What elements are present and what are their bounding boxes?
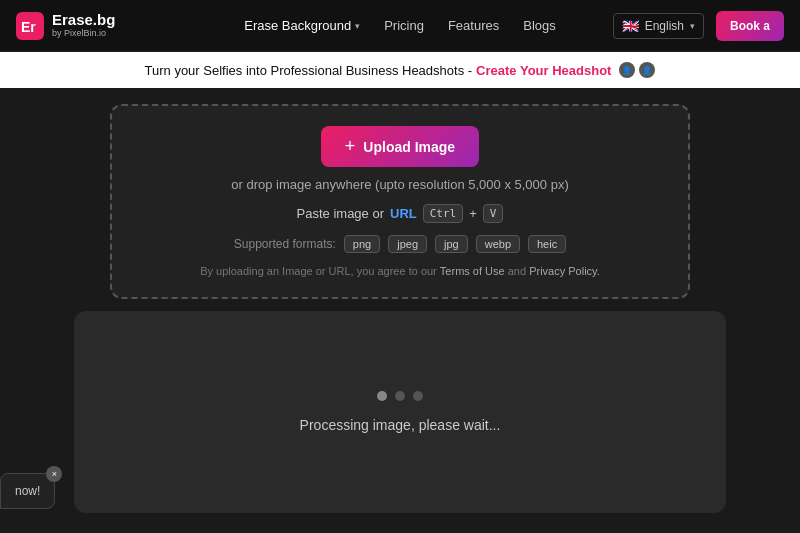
language-label: English: [645, 19, 684, 33]
dot-3: [413, 391, 423, 401]
v-kbd: V: [483, 204, 504, 223]
ctrl-kbd: Ctrl: [423, 204, 464, 223]
promo-banner: Turn your Selfies into Professional Busi…: [0, 52, 800, 88]
flag-icon: 🇬🇧: [622, 18, 639, 34]
formats-row: Supported formats: png jpeg jpg webp hei…: [144, 235, 656, 253]
logo-sub-label: by PixelBin.io: [52, 29, 115, 39]
toast-text: now!: [15, 484, 40, 498]
nav-item-blogs[interactable]: Blogs: [523, 18, 556, 33]
banner-user-icon-2: 👤: [639, 62, 655, 78]
logo-area[interactable]: Er Erase.bg by PixelBin.io: [16, 12, 115, 40]
bottom-section: Try Our Other Products: [0, 513, 800, 533]
nav-item-features[interactable]: Features: [448, 18, 499, 33]
plus-separator: +: [469, 206, 477, 221]
toast: × now!: [0, 473, 55, 509]
upload-button[interactable]: + Upload Image: [321, 126, 479, 167]
banner-user-icon-1: 👤: [619, 62, 635, 78]
format-webp: webp: [476, 235, 520, 253]
header-right: 🇬🇧 English ▾ Book a: [613, 11, 784, 41]
paste-label: Paste image or: [297, 206, 384, 221]
format-jpeg: jpeg: [388, 235, 427, 253]
lang-chevron-icon: ▾: [690, 21, 695, 31]
loading-dots: [377, 391, 423, 401]
privacy-link[interactable]: Privacy Policy.: [529, 265, 600, 277]
processing-area: Processing image, please wait...: [74, 311, 726, 513]
format-jpg: jpg: [435, 235, 468, 253]
terms-link[interactable]: Terms of Use: [440, 265, 505, 277]
format-png: png: [344, 235, 380, 253]
nav: Erase Background ▾ Pricing Features Blog…: [244, 18, 556, 33]
svg-text:Er: Er: [21, 19, 36, 35]
logo-text: Erase.bg by PixelBin.io: [52, 12, 115, 38]
formats-label: Supported formats:: [234, 237, 336, 251]
nav-item-pricing[interactable]: Pricing: [384, 18, 424, 33]
plus-icon: +: [345, 136, 356, 157]
dot-1: [377, 391, 387, 401]
drop-text: or drop image anywhere (upto resolution …: [144, 177, 656, 192]
processing-text: Processing image, please wait...: [300, 417, 501, 433]
paste-row: Paste image or URL Ctrl + V: [144, 204, 656, 223]
chevron-down-icon: ▾: [355, 21, 360, 31]
banner-icons: 👤 👤: [619, 62, 655, 78]
upload-area: + Upload Image or drop image anywhere (u…: [110, 104, 690, 299]
bottom-title: Try Our Other Products: [16, 529, 784, 533]
terms-text: By uploading an Image or URL, you agree …: [144, 265, 656, 277]
format-heic: heic: [528, 235, 566, 253]
language-selector[interactable]: 🇬🇧 English ▾: [613, 13, 704, 39]
main-content: + Upload Image or drop image anywhere (u…: [0, 88, 800, 513]
erase-bg-logo-icon: Er: [16, 12, 44, 40]
dot-2: [395, 391, 405, 401]
header: Er Erase.bg by PixelBin.io Erase Backgro…: [0, 0, 800, 52]
banner-text: Turn your Selfies into Professional Busi…: [145, 63, 473, 78]
url-label: URL: [390, 206, 417, 221]
nav-item-erase-bg[interactable]: Erase Background ▾: [244, 18, 360, 33]
book-button[interactable]: Book a: [716, 11, 784, 41]
logo-main-label: Erase.bg: [52, 12, 115, 29]
banner-link[interactable]: Create Your Headshot: [476, 63, 611, 78]
